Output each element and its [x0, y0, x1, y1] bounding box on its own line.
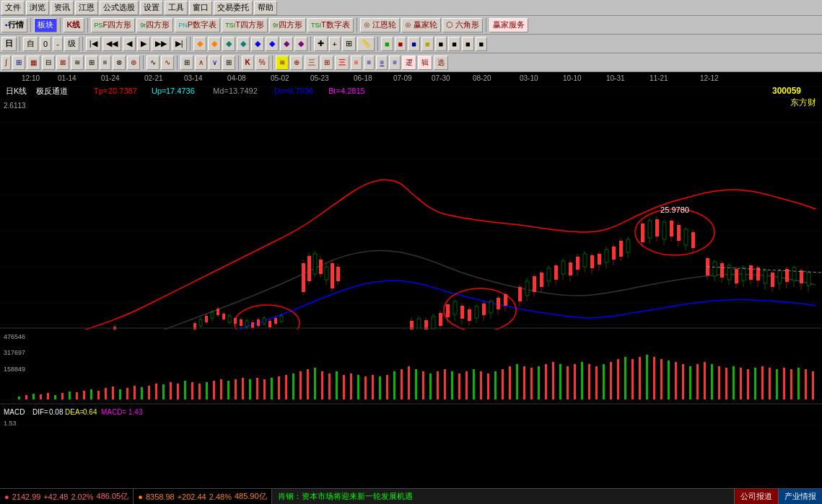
btn-market[interactable]: ▪行情 — [1, 18, 27, 32]
btn-misc4[interactable]: ⊞ — [222, 56, 235, 70]
btn-draw4[interactable]: ◆ — [237, 37, 250, 51]
svg-rect-300 — [567, 366, 569, 399]
news-text: 肖钢：资本市场将迎来新一轮发展机遇 — [278, 492, 413, 500]
svg-rect-187 — [670, 221, 673, 236]
company-report-btn[interactable]: 公司报道 — [734, 489, 778, 505]
btn-misc1[interactable]: ⊞ — [180, 56, 193, 70]
btn-analysis2[interactable]: ⊞ — [12, 56, 25, 70]
sep10 — [377, 37, 378, 51]
menu-news[interactable]: 资讯 — [51, 1, 74, 15]
industry-btn[interactable]: 产业情报 — [778, 489, 822, 505]
btn-nav-next-fast[interactable]: ▶▶ — [152, 37, 170, 51]
btn-align6[interactable]: 逻 — [402, 56, 416, 70]
btn-winner-service[interactable]: 赢家服务 — [489, 18, 528, 32]
btn-align5[interactable]: ≡ — [389, 56, 401, 70]
btn-plus[interactable]: + — [329, 37, 341, 51]
btn-cursor[interactable]: ✚ — [314, 37, 328, 51]
btn-tr2[interactable]: ⊕ — [290, 56, 303, 70]
btn-analysis10[interactable]: ⊛ — [127, 56, 140, 70]
btn-tool7[interactable]: ■ — [462, 37, 474, 51]
btn-analysis4[interactable]: ⊟ — [42, 56, 55, 70]
btn-tool8[interactable]: ■ — [476, 37, 488, 51]
btn-day[interactable]: 日 — [1, 37, 17, 51]
btn-tool5[interactable]: ■ — [435, 37, 447, 51]
btn-tr1[interactable]: ≋ — [276, 56, 289, 70]
btn-9r4[interactable]: 9r 四方形 — [136, 18, 173, 32]
menu-help[interactable]: 帮助 — [254, 1, 277, 15]
btn-draw1[interactable]: ◆ — [193, 37, 206, 51]
btn-9r4b[interactable]: 9r 四方形 — [269, 18, 306, 32]
menu-tools[interactable]: 工具 — [165, 1, 188, 15]
btn-analysis3[interactable]: ▦ — [27, 56, 40, 70]
btn-analysis5[interactable]: ⊠ — [56, 56, 69, 70]
btn-board[interactable]: 板块 — [34, 18, 57, 32]
btn-ruler[interactable]: 📏 — [357, 37, 375, 51]
btn-jiangen-wheel[interactable]: ⊙ 江恩轮 — [360, 18, 400, 32]
menu-jiangen[interactable]: 江恩 — [75, 1, 98, 15]
btn-draw5[interactable]: ◆ — [251, 37, 264, 51]
menu-browse[interactable]: 浏览 — [26, 1, 49, 15]
btn-align1[interactable]: 三 — [335, 56, 349, 70]
svg-rect-299 — [559, 364, 561, 399]
btn-tool2[interactable]: ■ — [395, 37, 407, 51]
btn-analysis8[interactable]: ≡ — [100, 56, 111, 70]
btn-tr3[interactable]: 三 — [305, 56, 319, 70]
sep4 — [357, 18, 357, 32]
btn-misc2[interactable]: ∧ — [195, 56, 207, 70]
svg-rect-297 — [545, 364, 547, 399]
vol-y3: 158849 — [4, 366, 25, 373]
btn-draw2[interactable]: ◆ — [208, 37, 221, 51]
btn-kline[interactable]: K线 — [64, 18, 84, 32]
btn-tool1[interactable]: ■ — [381, 37, 393, 51]
svg-rect-258 — [263, 379, 266, 399]
btn-align8[interactable]: 选 — [434, 56, 448, 70]
menu-formula[interactable]: 公式选股 — [100, 1, 139, 15]
btn-align3[interactable]: ≡ — [364, 56, 375, 70]
btn-wave1[interactable]: ∿ — [147, 56, 159, 70]
btn-crosshair[interactable]: ⊞ — [342, 37, 356, 51]
btn-zero[interactable]: 0 — [40, 37, 51, 51]
btn-nav-next[interactable]: ▶ — [137, 37, 150, 51]
btn-align7[interactable]: 辑 — [418, 56, 432, 70]
btn-nav-first[interactable]: |◀ — [86, 37, 101, 51]
btn-align2[interactable]: ≡ — [351, 56, 362, 70]
menu-file[interactable]: 文件 — [1, 1, 25, 15]
btn-nav-last[interactable]: ▶| — [172, 37, 187, 51]
btn-tool6[interactable]: ■ — [448, 37, 460, 51]
btn-draw6[interactable]: ◆ — [266, 37, 279, 51]
btn-nav-prev-fast[interactable]: ◀◀ — [102, 37, 121, 51]
btn-draw7[interactable]: ◆ — [280, 37, 293, 51]
svg-rect-311 — [646, 355, 648, 399]
btn-analysis9[interactable]: ⊗ — [113, 56, 126, 70]
btn-draw3[interactable]: ◆ — [222, 37, 235, 51]
btn-tool3[interactable]: ■ — [408, 37, 420, 51]
menu-trade[interactable]: 交易委托 — [214, 1, 253, 15]
btn-analysis6[interactable]: ≋ — [71, 56, 84, 70]
btn-tr4[interactable]: ⊞ — [320, 56, 333, 70]
btn-nav-prev[interactable]: ◀ — [123, 37, 136, 51]
market-status-2: ● 8358.98 +202.44 2.48% 485.90亿 — [134, 489, 271, 505]
btn-analysis7[interactable]: ⊞ — [85, 56, 98, 70]
btn-r1[interactable]: K — [242, 56, 254, 70]
btn-level[interactable]: - — [53, 37, 63, 51]
btn-hexagon[interactable]: ⬡ 六角形 — [442, 18, 483, 32]
btn-wave2[interactable]: ∿ — [161, 56, 174, 70]
btn-auto[interactable]: 自 — [23, 37, 38, 51]
index2-vol: 485.90亿 — [235, 491, 267, 502]
btn-grade[interactable]: 级 — [64, 37, 79, 51]
menu-window[interactable]: 窗口 — [189, 1, 212, 15]
btn-misc3[interactable]: ∨ — [209, 56, 221, 70]
btn-winner-wheel[interactable]: ⊙ 赢家轮 — [401, 18, 441, 32]
svg-rect-319 — [704, 362, 706, 399]
svg-rect-83 — [268, 321, 271, 327]
btn-analysis1[interactable]: ∫ — [1, 56, 11, 70]
menu-settings[interactable]: 设置 — [140, 1, 163, 15]
btn-draw8[interactable]: ◆ — [294, 37, 307, 51]
btn-tsi[interactable]: TSI T四方形 — [222, 18, 268, 32]
btn-r2[interactable]: % — [255, 56, 269, 70]
btn-tsib[interactable]: TSI T数字表 — [307, 18, 354, 32]
btn-pn[interactable]: PN P数字表 — [175, 18, 220, 32]
btn-f4[interactable]: PS F四方形 — [91, 18, 136, 32]
btn-tool4[interactable]: ■ — [421, 37, 434, 51]
btn-align4[interactable]: ≡ — [376, 56, 388, 70]
